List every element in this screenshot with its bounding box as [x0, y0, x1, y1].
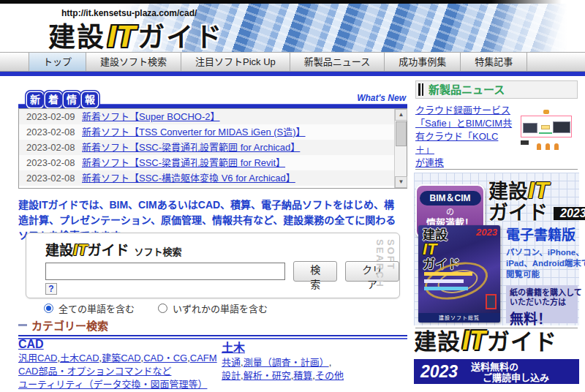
nav-tab[interactable]: 成功事例集: [385, 53, 461, 71]
category-link[interactable]: その他: [315, 370, 344, 381]
news-link[interactable]: 新着ソフト【Super BOCHO-2】: [82, 109, 220, 124]
radio-label: いずれかの単語を含む: [173, 301, 268, 315]
category-dash: [18, 324, 27, 326]
category-title-link[interactable]: 土木: [222, 342, 245, 354]
news-date: 2023-02-08: [19, 170, 82, 186]
site-header: http://it.kensetsu-plaza.com/cad/ 建設ITガイ…: [0, 4, 585, 52]
subscribe-year: 2023: [420, 362, 458, 382]
blue-divider-bar: [0, 72, 585, 76]
cover-text-bar: [424, 287, 468, 290]
bim-cim-banner[interactable]: BIM＆CIM の 情報満載！ 建設IT ガイド2023 2023 建設 IT …: [414, 173, 579, 325]
news-link[interactable]: 新着ソフト【SSC-構造躯体変換 V6 for Archicad】: [82, 170, 295, 186]
news-link[interactable]: 新着ソフト【SSC-梁貫通孔設置範囲 for Revit】: [82, 155, 285, 170]
ebook-free-box: 紙の書籍を購入していただいた方は 無料！: [506, 285, 578, 323]
category-line: 汎用CAD,土木CAD,建築CAD,CAD・CG,CAFM: [18, 352, 222, 364]
category-link[interactable]: 土木CAD: [60, 353, 99, 363]
whats-new-subtitle: What's New: [357, 93, 406, 103]
site-logo[interactable]: 建設ITガイド: [48, 15, 223, 55]
category-link[interactable]: 建築CAD: [102, 353, 140, 363]
comma-separator: ,: [329, 357, 332, 368]
subscribe-logo-it: IT: [462, 325, 486, 355]
category-title-link[interactable]: CAD: [18, 338, 44, 350]
news-scrollbar[interactable]: ▲ ▼: [394, 109, 407, 188]
news-row: 2023-02-09新着ソフト【Super BOCHO-2】: [19, 109, 394, 124]
subscribe-line2: ご購読申し込み: [471, 372, 549, 383]
category-link[interactable]: CAFM: [190, 353, 217, 363]
whats-new-char: 報: [82, 92, 98, 108]
nav-tab[interactable]: 新製品ニュース: [290, 53, 385, 71]
category-line: CAD部品・オプションコマンドなど: [18, 365, 222, 377]
category-link[interactable]: 測量（調査・計画）: [244, 357, 329, 368]
news-link[interactable]: 新着ソフト【TSS Converter for MIDAS iGen (S造)】: [82, 124, 306, 140]
subscribe-banner[interactable]: 建設ITガイド 2023 送料無料の ご購読申し込み: [414, 331, 579, 389]
category-search-header: カテゴリー検索: [18, 317, 407, 339]
search-panel-logo: 建設ITガイドソフト検索: [45, 239, 182, 260]
nav-tab[interactable]: 特集記事: [461, 53, 527, 71]
diagram-connector-box: [541, 125, 550, 129]
category-group: 土木共通,測量（調査・計画）,設計,解析・研究,積算,その他: [222, 338, 407, 391]
news-list-box: 2023-02-09新着ソフト【Super BOCHO-2】2023-02-08…: [18, 108, 407, 189]
banner-logo-it: IT: [528, 177, 548, 203]
nav-tab[interactable]: トップ: [29, 53, 86, 71]
subscribe-text: 送料無料の ご購読申し込み: [471, 361, 549, 383]
banner-logo-kanji: 建設: [488, 181, 528, 203]
category-link[interactable]: CAD部品・オプションコマンドなど: [18, 366, 171, 377]
news-date: 2023-02-09: [19, 109, 82, 124]
news-date: 2023-02-08: [19, 124, 82, 140]
person-icon: [554, 143, 559, 150]
banner-logo-year: 2023: [554, 207, 585, 220]
whats-new-char: 新: [27, 92, 43, 108]
category-link[interactable]: 汎用CAD: [18, 353, 57, 363]
news-link[interactable]: 新着ソフト【SSC-梁貫通孔設置範囲 for Archicad】: [82, 140, 300, 155]
category-link[interactable]: 積算: [293, 370, 312, 381]
subscribe-logo-kana: ガイド: [487, 329, 557, 355]
cover-text-bar: [424, 272, 472, 276]
subscribe-logo: 建設ITガイド: [414, 328, 557, 354]
category-link[interactable]: 共通: [222, 357, 241, 368]
search-mode-radios: 全ての単語を含むいずれかの単語を含む: [44, 301, 268, 315]
radio-button[interactable]: [44, 304, 53, 313]
news-date: 2023-02-08: [19, 140, 82, 155]
sidebar-divider: [415, 169, 578, 170]
scrollbar-thumb[interactable]: [396, 121, 407, 146]
search-button[interactable]: 検索: [293, 261, 337, 282]
banner-guide-logo: 建設IT ガイド2023: [488, 178, 585, 223]
sidebar-news-header: 新製品ニュース: [415, 80, 578, 99]
cover-logo-it: IT: [423, 240, 437, 258]
book-cover[interactable]: 2023 建設 IT ガイド 建設ソフト総覧: [418, 225, 500, 323]
ebook-title: 電子書籍版: [506, 224, 578, 244]
help-icon[interactable]: ?: [45, 283, 57, 295]
ebook-info: 電子書籍版 パソコン、iPhone、iPad、Android端末で閲覧可能: [506, 224, 578, 280]
scroll-down-icon[interactable]: ▼: [395, 176, 407, 188]
radio-option[interactable]: 全ての単語を含む: [44, 301, 135, 315]
radio-button[interactable]: [158, 304, 167, 313]
cloud-icon: [543, 110, 549, 114]
logo-kana: ガイド: [137, 23, 223, 53]
cover-bottom-label: 建設ソフト総覧: [418, 313, 500, 323]
radio-label: 全ての単語を含む: [58, 301, 135, 315]
badge-no: の: [417, 207, 483, 217]
category-link[interactable]: CAD・CG: [143, 353, 187, 363]
category-groups: CAD汎用CAD,土木CAD,建築CAD,CAD・CG,CAFMCAD部品・オプ…: [18, 338, 407, 391]
page: http://it.kensetsu-plaza.com/cad/ 建設ITガイ…: [0, 0, 585, 392]
news-thumbnail[interactable]: [515, 108, 576, 154]
person-icon: [546, 143, 550, 150]
badge-title: BIM＆CIM: [420, 191, 481, 206]
category-line: 共通,測量（調査・計画）,: [222, 356, 407, 369]
sidebar-news-link[interactable]: クラウド録画サービス「Safie」とBIM/CIM共有クラウド「KOLC＋」が連…: [415, 104, 513, 170]
whats-new-char: 着: [45, 92, 61, 108]
nav-spacer: [0, 53, 29, 71]
category-link[interactable]: 解析・研究: [244, 370, 291, 381]
category-link[interactable]: ユーティリティ（データ交換・図面管理等）: [18, 379, 207, 390]
scroll-up-icon[interactable]: ▲: [395, 109, 407, 121]
whats-new-header: 新着情報 What's New: [18, 89, 407, 108]
subscribe-line1: 送料無料の: [471, 361, 549, 372]
nav-tab[interactable]: 建設ソフト検索: [86, 53, 181, 71]
category-link[interactable]: 設計: [222, 370, 241, 381]
news-rows: 2023-02-09新着ソフト【Super BOCHO-2】2023-02-08…: [19, 109, 394, 186]
nav-tab[interactable]: 注目ソフトPick Up: [181, 53, 290, 71]
cover-text-bar: [424, 279, 464, 283]
radio-option[interactable]: いずれかの単語を含む: [158, 301, 268, 315]
category-line: 設計,解析・研究,積算,その他: [222, 369, 407, 382]
search-input[interactable]: [45, 263, 285, 280]
